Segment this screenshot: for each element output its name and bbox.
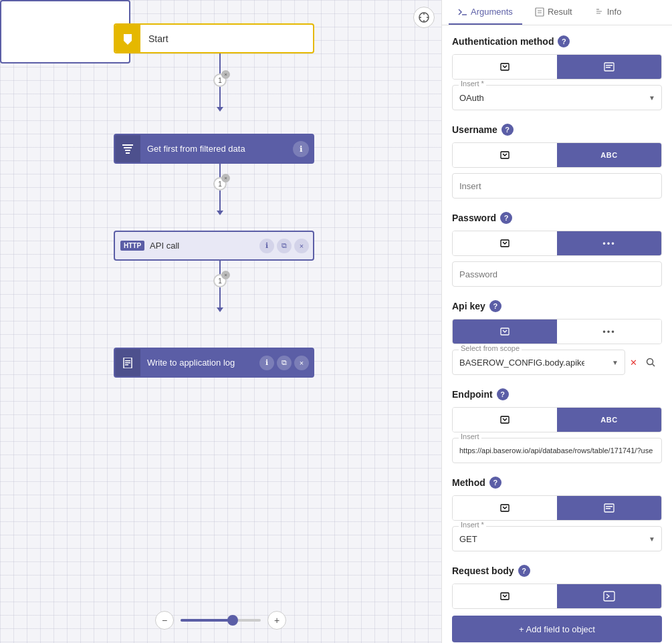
- tab-result[interactable]: Result: [526, 0, 582, 25]
- username-title: Username ?: [452, 124, 662, 136]
- password-input[interactable]: [452, 261, 662, 287]
- password-dynamic-icon: [499, 238, 510, 249]
- connector-close-3[interactable]: ×: [221, 271, 230, 279]
- navigate-icon[interactable]: [413, 7, 435, 28]
- endpoint-toggle-static[interactable]: ABC: [557, 408, 661, 432]
- api-call-node[interactable]: HTTP API call ℹ ⧉ ×: [114, 231, 314, 261]
- method-toggle-static[interactable]: [557, 496, 661, 520]
- svg-point-24: [647, 359, 653, 365]
- connector-close-1[interactable]: ×: [221, 70, 230, 79]
- svg-rect-21: [501, 152, 509, 158]
- request-body-toggle-dynamic[interactable]: [453, 584, 557, 608]
- zoom-slider[interactable]: [181, 619, 261, 622]
- method-static-icon: [604, 503, 614, 513]
- connector-dot-2[interactable]: 1 ×: [213, 177, 227, 190]
- connector-close-2[interactable]: ×: [221, 174, 230, 182]
- auth-select[interactable]: OAuth Basic API Key None: [452, 85, 662, 110]
- svg-line-25: [653, 364, 655, 367]
- request-body-static-icon: [603, 591, 615, 602]
- svg-rect-27: [501, 505, 509, 511]
- scope-search-btn[interactable]: [643, 355, 658, 370]
- api-close-btn[interactable]: ×: [294, 239, 309, 253]
- auth-field-label: Insert *: [459, 80, 486, 88]
- endpoint-toggle-dynamic[interactable]: [453, 408, 557, 432]
- request-body-toggle-static[interactable]: [557, 584, 661, 608]
- log-close-btn[interactable]: ×: [294, 356, 309, 370]
- svg-marker-1: [124, 34, 132, 45]
- password-toggle-dynamic[interactable]: [453, 231, 557, 255]
- method-select[interactable]: GET POST PUT PATCH DELETE: [452, 526, 662, 551]
- password-field-wrapper: [452, 261, 662, 287]
- apikey-toggle-static[interactable]: •••: [557, 319, 661, 344]
- svg-rect-8: [125, 362, 130, 364]
- password-help-icon[interactable]: ?: [500, 212, 512, 224]
- svg-rect-30: [606, 508, 610, 509]
- svg-rect-29: [606, 506, 612, 507]
- endpoint-title: Endpoint ?: [452, 388, 662, 400]
- method-title: Method ?: [452, 477, 662, 489]
- apikey-scope-label: Select from scope: [459, 344, 522, 352]
- scope-select[interactable]: BASEROW_CONFIG.body.apikey:apikey (ST...: [452, 350, 625, 375]
- log-node[interactable]: Write to application log ℹ ⧉ ×: [114, 348, 314, 378]
- tab-arguments[interactable]: Arguments: [449, 0, 522, 25]
- connector-1: 1 ×: [213, 53, 227, 112]
- password-title: Password ?: [452, 212, 662, 224]
- add-field-button[interactable]: + Add field to object: [452, 616, 662, 642]
- workflow-canvas: Start 1 × Get first from filtered data ℹ…: [0, 0, 441, 643]
- auth-help-icon[interactable]: ?: [558, 35, 570, 47]
- info-icon: [594, 7, 604, 17]
- log-copy-btn[interactable]: ⧉: [277, 356, 292, 370]
- svg-rect-7: [125, 360, 130, 362]
- zoom-in-btn[interactable]: +: [267, 611, 286, 630]
- method-dynamic-icon: [499, 503, 510, 513]
- connector-3: 1 ×: [213, 261, 227, 312]
- endpoint-field-wrapper: Insert: [452, 438, 662, 463]
- api-call-label: API call: [144, 241, 259, 251]
- api-node-actions: ℹ ⧉ ×: [259, 239, 309, 253]
- request-body-dynamic-icon: [499, 591, 510, 602]
- connector-dot-1[interactable]: 1 ×: [213, 74, 227, 87]
- password-toggle-static[interactable]: •••: [557, 231, 661, 255]
- svg-rect-3: [124, 147, 132, 148]
- filtered-node-label: Get first from filtered data: [140, 144, 293, 154]
- log-node-actions: ℹ ⧉ ×: [259, 356, 309, 370]
- filtered-node[interactable]: Get first from filtered data ℹ: [114, 134, 314, 164]
- auth-select-wrapper: OAuth Basic API Key None: [452, 85, 662, 110]
- panel-tabs: Arguments Result Info: [442, 0, 672, 25]
- method-toggle-dynamic[interactable]: [453, 496, 557, 520]
- static-icon: [604, 61, 614, 72]
- username-toggle-dynamic[interactable]: [453, 143, 557, 167]
- username-dynamic-icon: [499, 150, 510, 160]
- api-info-btn[interactable]: ℹ: [259, 239, 274, 253]
- username-toggle-static[interactable]: ABC: [557, 143, 661, 167]
- tab-info[interactable]: Info: [585, 0, 631, 25]
- log-info-btn[interactable]: ℹ: [259, 356, 274, 370]
- auth-toggle-static[interactable]: [557, 55, 661, 79]
- arguments-icon: [458, 7, 467, 17]
- auth-toggle-dynamic[interactable]: [453, 55, 557, 79]
- connector-dot-3[interactable]: 1 ×: [213, 274, 227, 287]
- auth-toggle-group: [452, 54, 662, 80]
- scope-clear-btn[interactable]: ✕: [626, 355, 641, 370]
- apikey-toggle-dynamic[interactable]: [453, 319, 557, 344]
- username-help-icon[interactable]: ?: [501, 124, 514, 136]
- svg-rect-2: [122, 144, 133, 146]
- start-node[interactable]: Start: [114, 23, 314, 53]
- username-input[interactable]: [452, 173, 662, 199]
- request-body-help-icon[interactable]: ?: [518, 565, 530, 577]
- svg-rect-20: [606, 67, 610, 68]
- endpoint-input[interactable]: [452, 438, 662, 463]
- svg-rect-5: [126, 152, 130, 154]
- endpoint-help-icon[interactable]: ?: [497, 388, 509, 400]
- method-help-icon[interactable]: ?: [489, 477, 501, 489]
- apikey-help-icon[interactable]: ?: [489, 300, 501, 312]
- zoom-out-btn[interactable]: −: [155, 611, 174, 630]
- filtered-node-info[interactable]: ℹ: [293, 141, 309, 157]
- request-body-toggle-group: [452, 584, 662, 609]
- api-copy-btn[interactable]: ⧉: [277, 239, 292, 253]
- auth-field-wrapper: Insert * OAuth Basic API Key None: [452, 85, 662, 110]
- auth-method-section: Authentication method ?: [452, 35, 662, 110]
- password-toggle-group: •••: [452, 231, 662, 256]
- search-icon: [646, 358, 655, 367]
- api-badge: HTTP: [120, 241, 144, 251]
